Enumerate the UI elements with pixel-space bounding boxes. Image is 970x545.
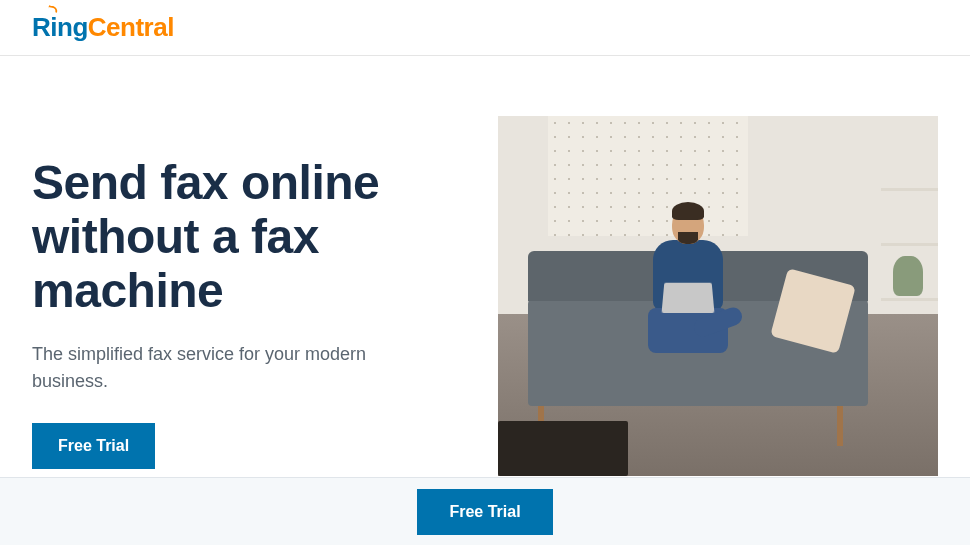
hero-text-column: Send fax online without a fax machine Th…: [32, 116, 458, 476]
laptop-icon: [662, 283, 715, 313]
site-header: Ring Central: [0, 0, 970, 56]
plant-decor: [893, 256, 923, 296]
free-trial-button[interactable]: Free Trial: [32, 423, 155, 469]
brand-logo[interactable]: Ring Central: [32, 12, 938, 43]
sticky-free-trial-button[interactable]: Free Trial: [417, 489, 552, 535]
hero-image: [498, 116, 938, 476]
logo-ring-text: Ring: [32, 12, 88, 43]
sticky-cta-bar: Free Trial: [0, 477, 970, 545]
logo-central-text: Central: [88, 12, 174, 43]
hero-subheadline: The simplified fax service for your mode…: [32, 341, 432, 395]
hero-headline: Send fax online without a fax machine: [32, 156, 458, 317]
person-illustration: [638, 206, 738, 346]
coffee-table: [498, 421, 628, 476]
hero-section: Send fax online without a fax machine Th…: [0, 56, 970, 476]
